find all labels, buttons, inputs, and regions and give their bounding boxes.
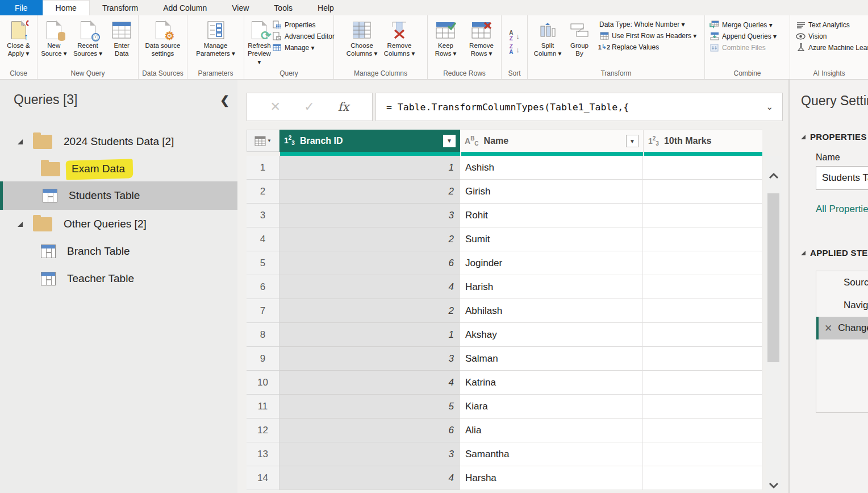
vision-button[interactable]: Vision — [796, 32, 868, 40]
formula-bar[interactable]: = Table.TransformColumnTypes(Table1_Tabl… — [375, 93, 783, 121]
tab-transform[interactable]: Transform — [90, 0, 151, 15]
query-folder-other-queries[interactable]: Other Queries [2] — [0, 210, 237, 238]
tab-add-column[interactable]: Add Column — [151, 0, 219, 15]
remove-columns-button[interactable]: RemoveColumns ▾ — [381, 19, 418, 58]
row-number[interactable]: 2 — [247, 180, 279, 204]
cell-branch-id[interactable]: 6 — [279, 251, 460, 275]
cell-name[interactable]: Joginder — [460, 251, 643, 275]
row-number[interactable]: 4 — [247, 227, 279, 251]
cell-name[interactable]: Katrina — [460, 371, 643, 395]
split-column-button[interactable]: SplitColumn ▾ — [532, 19, 563, 58]
text-analytics-button[interactable]: Text Analytics — [796, 20, 868, 29]
table-row[interactable]: 11 5 Kiara — [247, 395, 762, 419]
query-folder-2024-students-data[interactable]: 2024 Students Data [2] — [0, 128, 237, 155]
scrollbar-thumb[interactable] — [767, 193, 779, 362]
table-row[interactable]: 10 4 Katrina — [247, 371, 762, 395]
column-header-name[interactable]: ABC Name ▼ — [460, 130, 643, 152]
table-row[interactable]: 4 2 Sumit — [247, 227, 762, 251]
cell-name[interactable]: Harish — [460, 275, 643, 299]
cell-marks[interactable] — [643, 156, 762, 180]
table-row[interactable]: 1 1 Ashish — [247, 156, 762, 180]
recent-sources-button[interactable]: 🕐 RecentSources ▾ — [72, 19, 105, 58]
cell-name[interactable]: Girish — [460, 180, 643, 204]
table-row[interactable]: 13 3 Samantha — [247, 442, 762, 466]
properties-section-header[interactable]: PROPERTIES — [801, 132, 867, 142]
combine-files-button[interactable]: Combine Files — [710, 43, 777, 52]
data-source-settings-button[interactable]: ⚙ Data sourcesettings — [139, 19, 187, 58]
azure-ml-button[interactable]: Azure Machine Learning — [796, 43, 868, 52]
cell-marks[interactable] — [643, 466, 762, 490]
table-row[interactable]: 6 4 Harish — [247, 275, 762, 299]
row-number[interactable]: 12 — [247, 419, 279, 442]
filter-dropdown-icon[interactable]: ▼ — [626, 135, 639, 147]
cell-branch-id[interactable]: 3 — [279, 204, 460, 227]
cell-marks[interactable] — [643, 204, 762, 227]
cell-marks[interactable] — [643, 442, 762, 466]
cell-branch-id[interactable]: 4 — [279, 466, 460, 490]
cell-marks[interactable] — [643, 419, 762, 442]
query-name-input[interactable] — [816, 166, 868, 190]
cell-marks[interactable] — [643, 371, 762, 395]
cell-marks[interactable] — [643, 180, 762, 204]
cell-branch-id[interactable]: 1 — [279, 156, 460, 180]
row-number[interactable]: 3 — [247, 204, 279, 227]
column-header-branch-id[interactable]: 123 Branch ID ▼ — [279, 130, 460, 152]
tab-tools[interactable]: Tools — [261, 0, 305, 15]
cell-name[interactable]: Harsha — [460, 466, 643, 490]
cell-branch-id[interactable]: 4 — [279, 275, 460, 299]
replace-values-button[interactable]: 1↳2 Replace Values — [599, 43, 696, 51]
row-number[interactable]: 10 — [247, 371, 279, 395]
cell-name[interactable]: Kiara — [460, 395, 643, 419]
cell-branch-id[interactable]: 3 — [279, 442, 460, 466]
table-row[interactable]: 14 4 Harsha — [247, 466, 762, 490]
merge-queries-button[interactable]: Merge Queries ▾ — [710, 20, 777, 29]
cell-marks[interactable] — [643, 275, 762, 299]
query-item-branch-table[interactable]: Branch Table — [0, 238, 237, 265]
formula-text[interactable]: = Table.TransformColumnTypes(Table1_Tabl… — [376, 102, 766, 113]
all-properties-link[interactable]: All Properties — [816, 204, 868, 215]
column-header-10th-marks[interactable]: 123 10th Marks — [643, 130, 762, 152]
cell-branch-id[interactable]: 2 — [279, 180, 460, 204]
step-navigation[interactable]: Navigation — [816, 294, 868, 317]
enter-data-button[interactable]: EnterData — [105, 19, 138, 58]
cell-marks[interactable] — [643, 299, 762, 323]
tab-file[interactable]: File — [0, 0, 43, 15]
row-number[interactable]: 11 — [247, 395, 279, 419]
scroll-down-icon[interactable] — [766, 478, 781, 493]
table-row[interactable]: 9 3 Salman — [247, 347, 762, 371]
commit-formula-icon[interactable]: ✓ — [304, 100, 314, 114]
cell-marks[interactable] — [643, 323, 762, 347]
cell-name[interactable]: Salman — [460, 347, 643, 371]
row-number[interactable]: 13 — [247, 442, 279, 466]
cancel-formula-icon[interactable]: ✕ — [270, 100, 281, 114]
remove-rows-button[interactable]: RemoveRows ▾ — [464, 19, 500, 58]
cell-name[interactable]: Samantha — [460, 442, 643, 466]
table-row[interactable]: 5 6 Joginder — [247, 251, 762, 275]
refresh-preview-button[interactable]: ⟳ RefreshPreview ▾ — [248, 19, 271, 66]
grid-scrollbar[interactable] — [766, 156, 781, 493]
applied-steps-section-header[interactable]: APPLIED STEPS — [801, 248, 868, 258]
data-type-dropdown[interactable]: Data Type: Whole Number ▾ — [599, 20, 696, 28]
expand-triangle-icon[interactable] — [18, 222, 23, 227]
cell-marks[interactable] — [643, 395, 762, 419]
properties-button[interactable]: Properties — [272, 20, 335, 29]
cell-name[interactable]: Rohit — [460, 204, 643, 227]
table-row[interactable]: 2 2 Girish — [247, 180, 762, 204]
row-number[interactable]: 1 — [247, 156, 279, 180]
manage-parameters-button[interactable]: ManageParameters ▾ — [191, 19, 240, 58]
sort-descending-button[interactable]: ZA ↓ — [509, 44, 520, 55]
cell-branch-id[interactable]: 1 — [279, 323, 460, 347]
close-apply-button[interactable]: ✕ ↑ Close &Apply ▾ — [1, 19, 37, 58]
fx-icon[interactable]: fx — [338, 100, 349, 114]
query-folder-exam-data[interactable]: Exam Data — [0, 155, 237, 183]
use-first-row-button[interactable]: Use First Row as Headers ▾ — [599, 31, 696, 40]
cell-name[interactable]: Ashish — [460, 156, 643, 180]
cell-marks[interactable] — [643, 347, 762, 371]
tab-home[interactable]: Home — [43, 0, 90, 15]
row-number[interactable]: 14 — [247, 466, 279, 490]
choose-columns-button[interactable]: ChooseColumns ▾ — [344, 19, 380, 58]
tab-help[interactable]: Help — [305, 0, 347, 15]
cell-name[interactable]: Sumit — [460, 227, 643, 251]
cell-name[interactable]: Akshay — [460, 323, 643, 347]
table-row[interactable]: 12 6 Alia — [247, 419, 762, 442]
